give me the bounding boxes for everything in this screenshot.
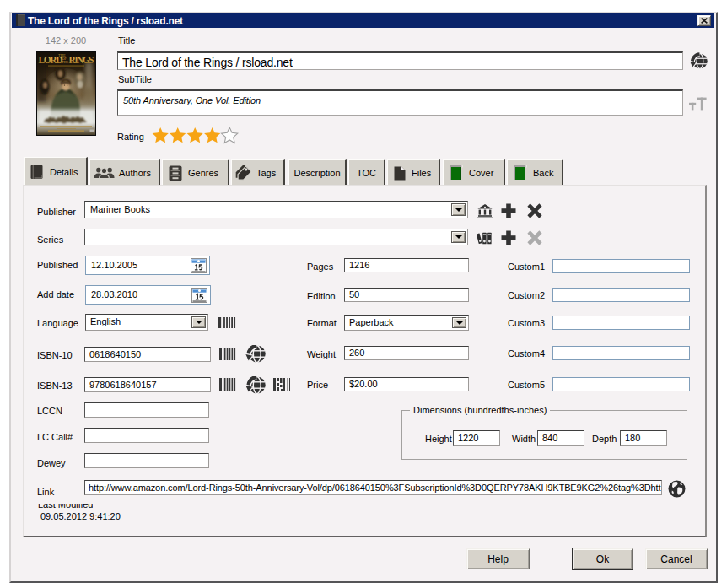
svg-text:RINGS: RINGS — [69, 55, 94, 65]
svg-text:THE: THE — [58, 53, 66, 57]
svg-text:THE: THE — [62, 60, 69, 64]
